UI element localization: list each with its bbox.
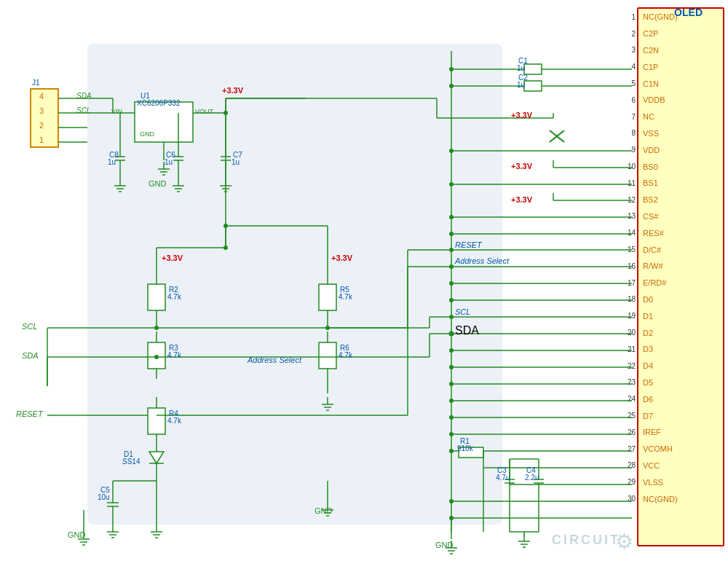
c2-val: 1u [517, 81, 525, 89]
gnd-label-bottom-left: GND [68, 530, 85, 539]
oled-pin-number-17: 17 [628, 279, 638, 287]
reset-net-left: RESET [16, 409, 43, 418]
oled-pin-17: 17E/RD# [638, 275, 723, 291]
oled-pin-15: 15D/C# [638, 241, 723, 258]
oled-pin-label-17: E/RD# [638, 278, 666, 287]
oled-pin-label-30: NC(GND) [638, 495, 678, 503]
oled-pin-number-12: 12 [628, 196, 638, 204]
oled-pin-label-18: D0 [638, 295, 653, 304]
r6-val: 4.7k [339, 351, 352, 359]
oled-pin-label-16: R/W# [638, 262, 663, 270]
oled-pin-label-10: BS0 [638, 162, 658, 171]
oled-pin-number-21: 21 [628, 345, 638, 353]
svg-line-127 [550, 130, 564, 142]
oled-pin-number-15: 15 [628, 246, 638, 254]
oled-pin-11: 11BS1 [638, 175, 723, 192]
oled-pin-label-3: C2N [638, 46, 659, 55]
oled-pin-label-27: VCOMH [638, 444, 673, 453]
oled-pin-number-3: 3 [631, 46, 638, 54]
oled-pin-7: 7NC [638, 109, 723, 125]
oled-pin-12: 12BS2 [638, 192, 723, 208]
c1-body [524, 64, 542, 74]
scl-label-top: SCL [76, 106, 90, 114]
c5-val: 10u [98, 493, 110, 501]
oled-pin-number-19: 19 [628, 312, 638, 320]
r5-val: 4.7k [339, 293, 352, 301]
oled-pin-13: 13CS# [638, 208, 723, 225]
oled-pin-number-11: 11 [628, 179, 638, 187]
oled-pin-label-6: VDDB [638, 95, 665, 104]
oled-pin-label-12: BS2 [638, 195, 658, 204]
oled-pin-label-1: NC(GND) [638, 12, 678, 21]
oled-pin-number-25: 25 [628, 412, 638, 420]
oled-pin-3: 3C2N [638, 42, 723, 59]
oled-pin-label-7: NC [638, 112, 654, 121]
oled-pin-5: 5C1N [638, 75, 723, 92]
oled-pin-label-14: RES# [638, 229, 664, 238]
oled-pin-number-18: 18 [628, 295, 638, 303]
circuito-icon: ⚙ [615, 530, 633, 554]
oled-pin-28: 28VCC [638, 458, 723, 474]
u1-vout: VOUT [195, 108, 213, 115]
oled-pin-label-15: D/C# [638, 246, 661, 254]
c4-val: 2.2u [525, 474, 539, 482]
oled-pin-label-13: CS# [638, 212, 658, 221]
oled-pin-number-1: 1 [631, 13, 638, 21]
c3-val: 4.7u [496, 474, 510, 482]
oled-pin-20: 20D2 [638, 324, 723, 341]
oled-pin-9: 9VDD [638, 141, 723, 158]
svg-line-126 [550, 130, 564, 142]
oled-pin-label-26: IREF [638, 428, 661, 436]
oled-pin-number-13: 13 [628, 212, 638, 220]
oled-pin-label-21: D3 [638, 345, 653, 353]
oled-pin-22: 22D4 [638, 358, 723, 374]
oled-pin-label-22: D4 [638, 361, 653, 370]
vcc-label-pin6: +3.3V [511, 111, 532, 119]
r4-val: 4.7k [167, 417, 181, 425]
pcb-background [87, 44, 502, 525]
oled-pin-16: 16R/W# [638, 258, 723, 275]
oled-pin-18: 18D0 [638, 291, 723, 308]
oled-pin-number-7: 7 [631, 113, 638, 121]
gnd-label-bottom-mid: GND [314, 506, 332, 515]
oled-pin-label-19: D1 [638, 312, 653, 321]
scl-net-right: SCL [455, 307, 470, 316]
oled-pin-number-6: 6 [631, 96, 638, 104]
oled-pin-number-16: 16 [628, 262, 638, 270]
oled-pin-number-22: 22 [628, 362, 638, 370]
sda-label-top: SDA [76, 92, 92, 100]
c7-val: 1u [232, 158, 240, 166]
watermark: CIRCUIT [552, 533, 620, 548]
j1-label: J1 [32, 79, 40, 87]
vcc-label-pin9: +3.3V [511, 162, 532, 170]
oled-pin-14: 14RES# [638, 224, 723, 241]
oled-pin-26: 26IREF [638, 424, 723, 441]
oled-pin-label-11: BS1 [638, 178, 658, 187]
oled-pin-29: 29VLSS [638, 474, 723, 490]
c2-body [524, 81, 542, 91]
oled-pin-8: 8VSS [638, 125, 723, 142]
oled-pin-label-9: VDD [638, 146, 660, 154]
oled-pin-23: 23D5 [638, 374, 723, 391]
u1-value: XC6206P332 [137, 99, 181, 107]
oled-pin-number-8: 8 [631, 129, 638, 137]
oled-pin-label-24: D6 [638, 395, 653, 404]
oled-pin-6: 6VDDB [638, 92, 723, 109]
gnd-label-bottom-right: GND [435, 541, 453, 549]
address-select-net-right: Address Select [455, 256, 509, 265]
d1-val: SS14 [122, 458, 140, 466]
connector-j1-box [31, 89, 58, 147]
oled-pin-number-26: 26 [628, 428, 638, 436]
oled-pin-label-5: C1N [638, 79, 659, 88]
oled-pin-number-24: 24 [628, 395, 638, 403]
oled-pin-number-10: 10 [628, 162, 638, 170]
r1-val: 910k [457, 444, 473, 452]
oled-header-title: OLED [674, 7, 703, 18]
oled-pin-24: 24D6 [638, 391, 723, 407]
r2-val: 4.7k [167, 293, 181, 301]
gnd-label-u1: GND [149, 179, 166, 188]
oled-pin-30: 30NC(GND) [638, 490, 723, 507]
oled-pin-number-28: 28 [628, 461, 638, 469]
oled-pin-label-2: C2P [638, 29, 658, 38]
oled-pin-number-9: 9 [631, 146, 638, 154]
